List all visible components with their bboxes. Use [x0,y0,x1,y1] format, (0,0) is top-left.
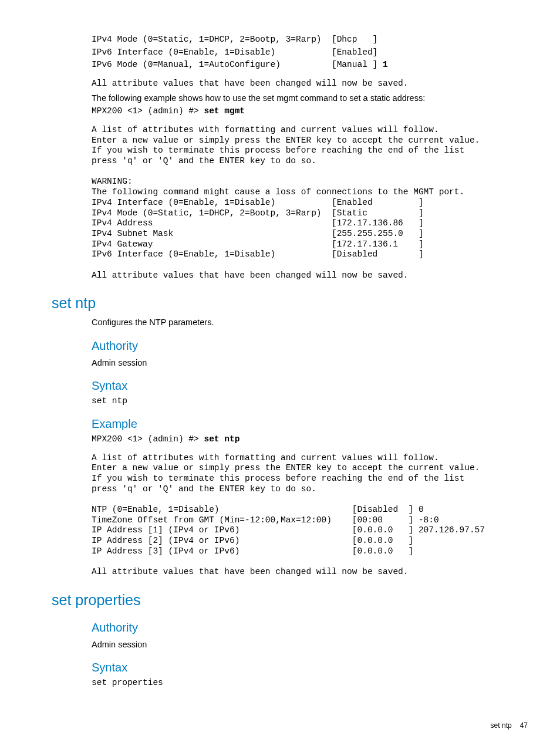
code-line: MPX200 <1> (admin) #> set mgmt [92,106,528,117]
code-line: set ntp [92,396,528,407]
subheading-syntax: Syntax [92,660,528,676]
paragraph: Admin session [92,639,528,651]
page-footer: set ntp47 [52,721,528,730]
code-block: A list of attributes with formatting and… [92,125,528,281]
code-line: IPv6 Mode (0=Manual, 1=AutoConfigure) [M… [92,60,528,70]
paragraph: The following example shows how to use t… [92,93,528,104]
code-line: set properties [92,678,528,688]
footer-page-number: 47 [520,721,528,730]
subheading-example: Example [92,416,528,432]
heading-set-ntp: set ntp [52,293,528,313]
paragraph: Configures the NTP parameters. [92,317,528,329]
code-line: MPX200 <1> (admin) #> set ntp [92,434,528,445]
paragraph: Admin session [92,357,528,369]
subheading-syntax: Syntax [92,378,528,394]
code-line: IPv4 Mode (0=Static, 1=DHCP, 2=Bootp, 3=… [92,35,528,45]
code-line: All attribute values that have been chan… [92,79,528,89]
subheading-authority: Authority [92,338,528,354]
code-block: A list of attributes with formatting and… [92,453,528,578]
footer-section: set ntp [491,721,512,730]
heading-set-properties: set properties [52,590,528,610]
subheading-authority: Authority [92,620,528,636]
code-line: IPv6 Interface (0=Enable, 1=Disable) [En… [92,48,528,58]
